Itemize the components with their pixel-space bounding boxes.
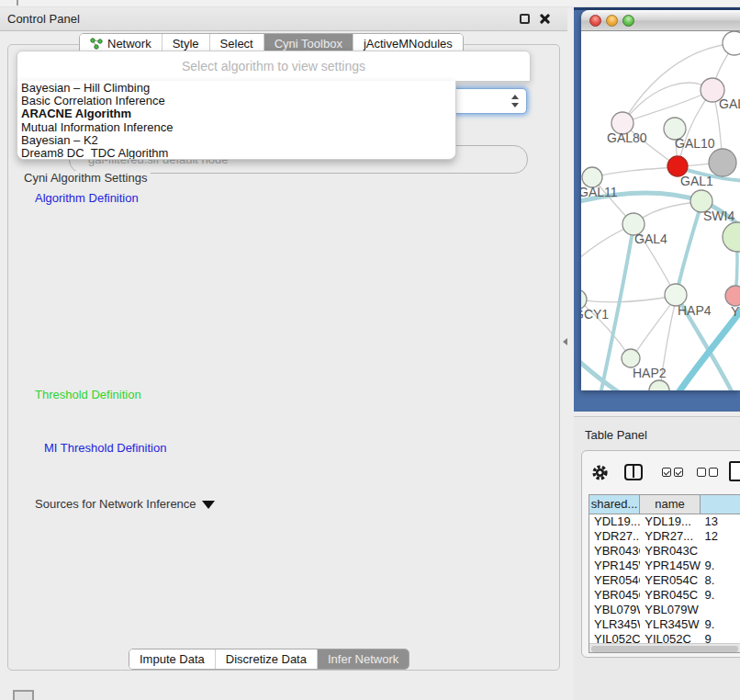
table-cell: 13	[701, 514, 740, 529]
document-icon[interactable]	[729, 461, 740, 481]
table-row[interactable]: YER054CYER054C8.	[589, 573, 740, 588]
close-window-icon[interactable]	[589, 15, 601, 27]
node-label: SWI4	[703, 209, 734, 223]
node-label: HAP4	[678, 303, 712, 318]
table-horizontal-scrollbar[interactable]	[589, 643, 740, 652]
table-cell: YBR045C	[640, 588, 700, 603]
tab-impute-data[interactable]: Impute Data	[129, 649, 215, 669]
mi-threshold-legend: MI Threshold Definition	[40, 441, 170, 455]
table-cell: YBR043C	[640, 544, 700, 559]
column-header-extra[interactable]	[701, 495, 740, 514]
network-node[interactable]	[649, 380, 669, 390]
column-header-name[interactable]: name	[640, 495, 700, 514]
table-rows: YDL19...YDL19...13YDR27...YDR27...12YBR0…	[589, 514, 740, 643]
table-scrollbar-thumb[interactable]	[591, 646, 738, 652]
network-icon	[90, 38, 103, 50]
network-node[interactable]	[723, 31, 740, 55]
algorithm-option-dream8-dc-tdc-algorithm[interactable]: Dream8 DC_TDC Algorithm	[21, 147, 455, 160]
table-cell: YPR145W	[640, 559, 700, 573]
zoom-window-icon[interactable]	[622, 15, 634, 27]
table-cell: 9.	[701, 617, 740, 632]
network-node-y[interactable]	[725, 286, 740, 306]
network-graph: GALGAL80GAL10GAL1GAL11SWI4GAL4HAP4YGCY1H…	[581, 31, 740, 390]
sources-legend[interactable]: Sources for Network Inference	[31, 497, 219, 511]
tab-discretize-data[interactable]: Discretize Data	[215, 649, 317, 669]
table-row[interactable]: YDL19...YDL19...13	[589, 514, 740, 529]
table-cell: YDR27...	[640, 529, 700, 544]
settings-legend: Cyni Algorithm Settings	[20, 171, 151, 185]
table-row[interactable]: YBL079WYBL079W	[589, 603, 740, 617]
panel-title: Control Panel	[7, 12, 80, 26]
table-header-row: shared...name	[589, 495, 740, 514]
close-icon[interactable]	[539, 13, 551, 25]
table-cell: YBL079W	[640, 603, 700, 617]
minimize-window-icon[interactable]	[606, 15, 618, 27]
table-cell: YER054C	[589, 573, 640, 588]
unchecked-box-icon[interactable]	[697, 468, 706, 477]
network-edge[interactable]	[581, 296, 675, 302]
checked-box-icon[interactable]	[674, 468, 683, 477]
unchecked-box-icon[interactable]	[709, 468, 718, 477]
node-table: shared...name YDL19...YDL19...13YDR27...…	[589, 494, 740, 653]
table-cell: YBR043C	[589, 544, 640, 559]
algorithm-option-basic-correlation-inference[interactable]: Basic Correlation Inference	[21, 95, 455, 107]
table-cell: YIL052C	[640, 632, 700, 643]
table-cell: YLR345W	[589, 617, 640, 632]
node-label: Y	[731, 304, 740, 319]
algorithm-option-mutual-information-inference[interactable]: Mutual Information Inference	[21, 121, 455, 134]
table-cell: YBL079W	[589, 603, 640, 617]
table-row[interactable]: YBR045CYBR045C9.	[589, 588, 740, 603]
table-cell: 9	[701, 632, 740, 643]
top-strip	[0, 0, 740, 7]
table-row[interactable]: YLR345WYLR345W9.	[589, 617, 740, 632]
table-cell: YDL19...	[589, 514, 640, 529]
table-cell: 9.	[701, 559, 740, 573]
table-toolbar	[581, 457, 740, 489]
network-edge[interactable]	[622, 90, 712, 123]
collapse-down-icon	[202, 501, 215, 509]
control-panel-titlebar	[0, 7, 567, 31]
cyni-mode-tabs: Impute DataDiscretize DataInfer Network	[129, 649, 409, 670]
network-window-titlebar[interactable]	[581, 10, 740, 31]
node-label: GAL11	[581, 185, 618, 199]
table-cell: YDR27...	[589, 529, 640, 544]
table-cell	[701, 544, 740, 559]
table-cell: 12	[701, 529, 740, 544]
algorithm-option-bayesian-hill-climbing[interactable]: Bayesian – Hill Climbing	[21, 82, 455, 95]
network-view-window: GALGAL80GAL10GAL1GAL11SWI4GAL4HAP4YGCY1H…	[581, 10, 740, 390]
sources-legend-text: Sources for Network Inference	[35, 497, 196, 511]
table-panel-title: Table Panel	[585, 428, 647, 442]
column-header-shared[interactable]: shared...	[589, 495, 640, 514]
table-cell: YIL052C	[589, 632, 640, 643]
float-panel-icon[interactable]	[520, 14, 530, 24]
top-tick	[17, 0, 18, 6]
algorithm-definition-legend: Algorithm Definition	[31, 191, 142, 205]
network-edge[interactable]	[592, 167, 677, 177]
table-cell	[701, 603, 740, 617]
algorithm-option-aracne-algorithm[interactable]: ARACNE Algorithm	[21, 107, 455, 120]
table-cell: YDL19...	[640, 514, 700, 529]
checked-box-icon[interactable]	[662, 468, 671, 477]
table-row[interactable]: YBR043CYBR043C	[589, 544, 740, 559]
algorithm-select-placeholder[interactable]: Select algorithm to view settings	[17, 51, 531, 82]
network-node-hap2[interactable]	[622, 349, 640, 367]
node-label: GAL1	[680, 174, 713, 188]
tab-infer-network[interactable]: Infer Network	[317, 649, 409, 669]
network-node[interactable]	[709, 149, 736, 176]
gear-icon[interactable]	[590, 463, 610, 482]
network-node[interactable]	[723, 222, 740, 252]
table-cell: YBR045C	[589, 588, 640, 603]
divider-grip-icon[interactable]	[563, 338, 567, 345]
node-label: HAP2	[633, 366, 667, 380]
minimized-panel-icon[interactable]	[13, 690, 34, 700]
node-label: GCY1	[581, 307, 609, 322]
table-cell: 9.	[701, 588, 740, 603]
table-cell: 8.	[701, 573, 740, 588]
split-columns-icon[interactable]	[624, 464, 643, 480]
table-row[interactable]: YIL052CYIL052C9	[589, 632, 740, 643]
network-canvas[interactable]: GALGAL80GAL10GAL1GAL11SWI4GAL4HAP4YGCY1H…	[581, 31, 740, 390]
table-row[interactable]: YDR27...YDR27...12	[589, 529, 740, 544]
algorithm-option-bayesian-k2[interactable]: Bayesian – K2	[21, 134, 455, 147]
table-row[interactable]: YPR145WYPR145W9.	[589, 559, 740, 573]
network-edge-weighted[interactable]	[677, 203, 701, 294]
